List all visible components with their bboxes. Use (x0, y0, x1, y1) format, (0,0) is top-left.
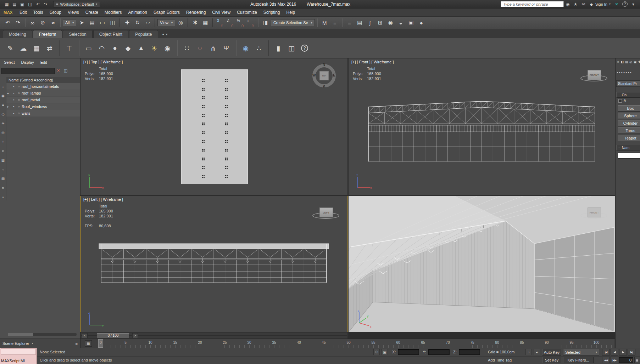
groups-filter-icon[interactable]: ▦ (1, 158, 5, 164)
workspace-selector[interactable]: ≡ Workspace: Default ▾ (53, 1, 100, 7)
redo-quick-button[interactable]: ↷ (42, 1, 50, 7)
monitor-tool-button[interactable]: ▮ (272, 41, 284, 55)
unlink-selection-button[interactable]: ⊘ (38, 18, 48, 28)
ribbon-options-button[interactable]: ●▾ (162, 33, 168, 36)
spacewarps-category-icon[interactable]: ● (628, 71, 629, 74)
previous-frame-button[interactable]: ◀ (611, 349, 618, 356)
viewport-label[interactable]: [+] [ Left ] [ Wireframe ] (83, 197, 123, 201)
tab-selection[interactable]: Selection (63, 30, 92, 38)
geometry-filter-icon[interactable]: ● (2, 103, 4, 108)
chevron-down-icon[interactable]: ▾ (32, 342, 33, 345)
previous-frame-button[interactable]: < (82, 333, 88, 338)
box-button[interactable]: Box (618, 105, 640, 112)
image-tool-button[interactable]: ▦ (30, 41, 43, 55)
select-object-button[interactable]: ➤ (77, 18, 87, 28)
go-to-start-button[interactable]: |◀ (602, 349, 610, 356)
modify-tab-icon[interactable]: ◧ (620, 60, 624, 64)
containers-filter-icon[interactable]: ▤ (1, 177, 5, 182)
mirror-button[interactable]: M (320, 18, 329, 28)
pick-tool-button[interactable]: ⋔ (207, 41, 219, 55)
menu-modifiers[interactable]: Modifiers (101, 8, 125, 16)
geometry-category-icon[interactable]: ● (617, 71, 618, 74)
tab-modeling[interactable]: Modeling (3, 30, 32, 38)
material-editor-button[interactable]: ◉ (386, 18, 395, 28)
cloud-tool-button[interactable]: ☁ (17, 41, 29, 55)
snaps-toggle-button[interactable]: 3∩ (215, 18, 225, 28)
key-mode-dropdown[interactable]: Selected ▾ (563, 349, 599, 356)
spacewarps-filter-icon[interactable]: ≈ (2, 149, 4, 154)
sign-in-button[interactable]: ☻ Sign In ▾ (589, 2, 611, 6)
menu-create[interactable]: Create (82, 8, 101, 16)
infocenter-options-icon[interactable]: ▾ (629, 1, 637, 7)
redo-button[interactable]: ↷ (13, 18, 23, 28)
menu-help[interactable]: Help (283, 8, 299, 16)
list-item-roof-lamps[interactable]: ▸ ▪ ○ roof_lamps (6, 90, 80, 97)
mini-curve-editor-button[interactable]: ▦ (85, 340, 92, 347)
ball-primitive-button[interactable]: ◉ (161, 41, 173, 55)
graphite-ribbon-toggle-button[interactable]: ▤ (355, 18, 364, 28)
help-icon[interactable]: ? (622, 1, 628, 7)
select-and-rotate-button[interactable]: ↻ (133, 18, 142, 28)
viewcube[interactable]: FRONT (580, 203, 609, 223)
angle-snap-toggle-button[interactable]: ∠∩ (226, 18, 235, 28)
viewport-front[interactable]: [+] [ Front ] [ Wireframe ] Total Polys:… (349, 58, 615, 195)
name-and-color-rollout[interactable]: − Nam (616, 145, 640, 150)
application-menu-icon[interactable]: ▦ (3, 1, 11, 7)
viewport-left-active[interactable]: [+] [ Left ] [ Wireframe ] Total Polys:1… (80, 196, 347, 332)
render-production-button[interactable]: ● (417, 18, 426, 28)
blue-sphere-tool-button[interactable]: ◉ (240, 41, 252, 55)
sort-filter-icon[interactable]: ↕ (2, 85, 4, 90)
select-and-link-button[interactable]: ∞ (28, 18, 37, 28)
x-coordinate-field[interactable] (398, 349, 419, 355)
tab-populate[interactable]: Populate (129, 30, 158, 38)
systems-category-icon[interactable]: ● (630, 71, 631, 74)
rendered-frame-window-button[interactable]: ▣ (406, 18, 416, 28)
auto-key-button[interactable]: Auto Key (542, 349, 561, 356)
viewport-perspective[interactable]: FRONT z x y (349, 196, 615, 332)
hierarchy-tab-icon[interactable]: ▤ (625, 60, 628, 64)
viewcube[interactable]: FRONT (580, 66, 609, 86)
reference-coordinate-dropdown[interactable]: View ▾ (157, 19, 175, 26)
timeline-ruler[interactable]: 0 5 10 15 20 25 30 35 40 45 50 55 60 65 … (100, 339, 614, 348)
menu-graph-editors[interactable]: Graph Editors (150, 8, 183, 16)
menu-scripting[interactable]: Scripting (260, 8, 283, 16)
viewcube-face-label[interactable]: LEFT (319, 207, 333, 217)
explorer-title-label[interactable]: Scene Explorer (2, 341, 29, 346)
search-scope-icon[interactable]: ◉ (564, 1, 572, 7)
utilities-tab-icon[interactable]: ✚ (638, 60, 640, 64)
xrefs-filter-icon[interactable]: ✕ (1, 186, 4, 191)
viewcube-top-face[interactable]: TOP (319, 71, 329, 80)
y-coordinate-field[interactable] (428, 349, 450, 355)
dome-primitive-button[interactable]: ◠ (96, 41, 108, 55)
explorer-menu-display[interactable]: Display (18, 59, 37, 65)
explorer-menu-edit[interactable]: Edit (37, 59, 50, 65)
cylinder-button[interactable]: Cylinder (618, 120, 640, 126)
torus-button[interactable]: Torus (618, 127, 640, 134)
infocenter-search-input[interactable] (501, 1, 564, 7)
lights-filter-icon[interactable]: ☀ (1, 121, 5, 127)
keyboard-shortcut-override-button[interactable]: ▦ (201, 18, 210, 28)
select-and-manipulate-button[interactable]: ✱ (190, 18, 200, 28)
time-slider-handle[interactable]: 0 / 100 (97, 333, 129, 338)
rectangular-selection-region-button[interactable]: ▭ (98, 18, 107, 28)
menu-customize[interactable]: Customize (234, 8, 260, 16)
lights-category-icon[interactable]: ● (621, 71, 622, 74)
current-frame-field[interactable] (619, 357, 633, 363)
bones-filter-icon[interactable]: ◒ (2, 167, 4, 173)
tsquare-tool-button[interactable]: ⊤ (63, 41, 75, 55)
set-key-button[interactable]: Set Key (542, 357, 561, 363)
viewcube[interactable]: LEFT (312, 203, 341, 223)
shapes-filter-icon[interactable]: ◇ (2, 112, 5, 118)
shapes-category-icon[interactable]: ● (619, 71, 620, 74)
edit-named-selection-sets-button[interactable]: ◨ (261, 18, 270, 28)
hedra-primitive-button[interactable]: ◆ (122, 41, 134, 55)
spray-tool-button[interactable]: ◌ (194, 41, 206, 55)
undo-button[interactable]: ↶ (3, 18, 12, 28)
expand-arrow-icon[interactable]: ▸ (7, 105, 11, 108)
view-compass[interactable]: TOP N S W E (312, 64, 336, 87)
max-logo[interactable]: MAX (4, 10, 13, 15)
bind-to-space-warp-button[interactable]: ≈ (48, 18, 58, 28)
create-tab-icon[interactable]: ✳ (616, 60, 620, 64)
selection-filter-dropdown[interactable]: All ▾ (63, 19, 76, 26)
plane-primitive-button[interactable]: ▭ (83, 41, 95, 55)
